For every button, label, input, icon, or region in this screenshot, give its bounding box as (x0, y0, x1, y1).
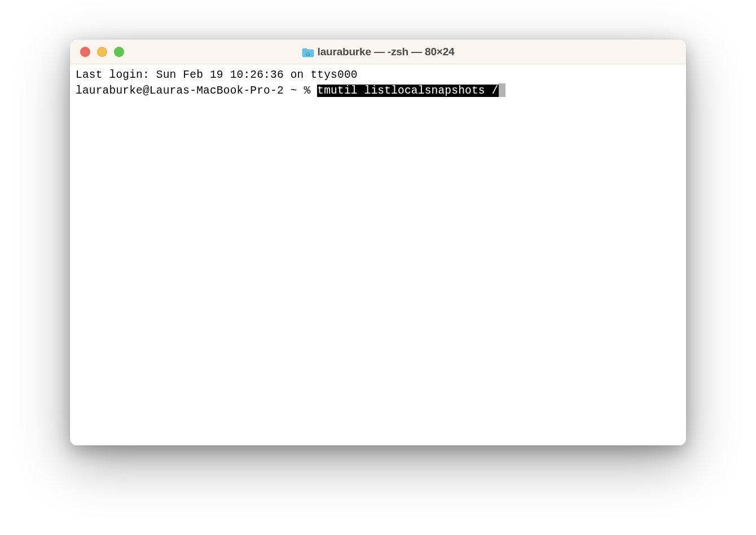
shell-prompt: lauraburke@Lauras-MacBook-Pro-2 ~ % (76, 85, 317, 97)
title-wrap: lauraburke — -zsh — 80×24 (70, 46, 686, 58)
close-button[interactable] (80, 47, 90, 57)
command-input[interactable]: tmutil listlocalsnapshots / (317, 85, 498, 97)
prompt-line: lauraburke@Lauras-MacBook-Pro-2 ~ % tmut… (76, 83, 680, 99)
maximize-button[interactable] (114, 47, 124, 57)
traffic-lights (70, 47, 124, 57)
last-login-line: Last login: Sun Feb 19 10:26:36 on ttys0… (76, 68, 680, 83)
window-titlebar[interactable]: lauraburke — -zsh — 80×24 (70, 39, 686, 64)
terminal-body[interactable]: Last login: Sun Feb 19 10:26:36 on ttys0… (70, 64, 686, 445)
home-folder-icon (302, 47, 313, 56)
window-title: lauraburke — -zsh — 80×24 (318, 46, 455, 58)
cursor (499, 83, 506, 97)
minimize-button[interactable] (97, 47, 107, 57)
terminal-window: lauraburke — -zsh — 80×24 Last login: Su… (70, 39, 686, 445)
